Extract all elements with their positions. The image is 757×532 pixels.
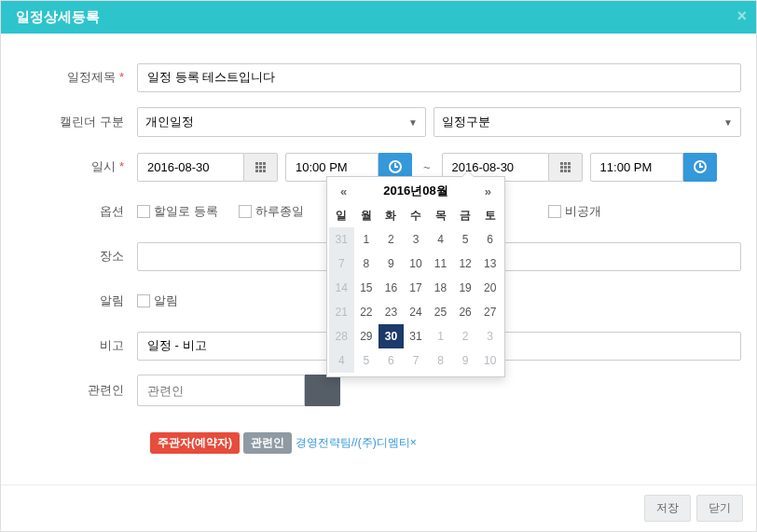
close-button[interactable]: 닫기 [696,495,743,522]
calendar-day[interactable]: 18 [428,276,453,300]
calendar-day[interactable]: 4 [329,348,354,373]
calendar-weekday-header: 수 [404,203,429,227]
calendar-day[interactable]: 28 [329,324,354,348]
label-calendar: 캘린더 구분 [16,114,137,130]
calendar-day[interactable]: 10 [477,348,502,373]
calendar-day[interactable]: 7 [404,348,429,373]
option-private[interactable]: 비공개 [548,203,601,220]
calendar-day[interactable]: 8 [428,348,453,373]
calendar-day[interactable]: 21 [329,300,354,324]
calendar-day[interactable]: 26 [453,300,478,324]
calendar-day[interactable]: 15 [354,276,379,300]
calendar-weekday-header: 일 [329,203,354,227]
caret-down-icon: ▼ [408,117,418,128]
checkbox-icon [548,205,561,218]
label-memo: 비고 [16,337,137,354]
modal-close-button[interactable]: × [736,7,747,26]
calendar-weekday-header: 금 [453,203,478,227]
calendar-day[interactable]: 3 [404,227,429,252]
schedule-modal: 일정상세등록 × 일정제목* 캘린더 구분 개인일정▼ 일정구분▼ [0,0,757,532]
calendar-day[interactable]: 13 [477,252,502,276]
tag-owner: 주관자(예약자) [150,432,240,454]
label-subject: 일정제목* [16,69,137,86]
calendar-day[interactable]: 4 [428,227,453,252]
calendar-day[interactable]: 8 [354,252,379,276]
end-date-picker-button[interactable] [549,153,583,182]
calendar-day[interactable]: 31 [329,227,354,252]
tag-related: 관련인 [243,432,292,454]
remove-related-icon[interactable]: × [410,436,417,449]
calendar-day[interactable]: 31 [404,324,429,348]
required-mark: * [119,159,124,173]
calendar-day[interactable]: 2 [378,227,404,252]
calendar-day[interactable]: 2 [453,324,478,348]
start-date-input[interactable] [137,153,244,182]
calendar-day[interactable]: 27 [477,300,502,324]
checkbox-icon [239,205,252,218]
modal-footer: 저장 닫기 [1,484,756,531]
calendar-day[interactable]: 9 [453,348,478,373]
calendar-day[interactable]: 3 [477,324,502,348]
label-related: 관련인 [16,382,137,399]
label-place: 장소 [16,248,137,265]
label-datetime: 일시* [16,158,137,175]
related-input[interactable] [137,375,305,406]
calendar-day-selected[interactable]: 30 [378,324,404,348]
calendar-weekday-header: 토 [477,203,502,227]
start-date-picker-button[interactable] [244,153,278,182]
calendar-day[interactable]: 6 [477,227,502,252]
calendar-grid-icon [560,162,571,172]
save-button[interactable]: 저장 [644,495,691,522]
calendar-weekday-header: 월 [354,203,379,227]
calendar-day[interactable]: 17 [404,276,429,300]
date-picker-popup: « 2016년08월 » 일월화수목금토 3112345678910111213… [326,176,505,377]
calendar-weekday-header: 목 [428,203,453,227]
calendar-day[interactable]: 11 [428,252,453,276]
calendar-day[interactable]: 6 [378,348,404,373]
label-alarm: 알림 [16,293,137,309]
calendar-next-button[interactable]: » [481,184,495,198]
calendar-day[interactable]: 1 [354,227,379,252]
calendar-type-select[interactable]: 개인일정▼ [137,107,426,137]
calendar-day[interactable]: 24 [404,300,429,324]
clock-icon [694,160,707,173]
subject-input[interactable] [137,63,741,92]
option-allday[interactable]: 하루종일 [239,203,304,220]
calendar-day[interactable]: 25 [428,300,453,324]
calendar-prev-button[interactable]: « [337,184,351,198]
calendar-day[interactable]: 29 [354,324,379,348]
calendar-day[interactable]: 19 [453,276,478,300]
calendar-grid-icon [255,162,266,172]
option-alarm[interactable]: 알림 [137,293,178,309]
checkbox-icon [137,205,150,218]
calendar-day[interactable]: 22 [354,300,379,324]
end-time-input[interactable] [590,153,683,182]
checkbox-icon [137,294,150,307]
calendar-day[interactable]: 5 [453,227,478,252]
label-options: 옵션 [16,203,137,220]
calendar-day[interactable]: 12 [453,252,478,276]
modal-title: 일정상세등록 [16,8,100,24]
related-person-link[interactable]: 경영전략팀//(주)디엠티× [296,435,417,451]
clock-icon [389,160,402,173]
calendar-day[interactable]: 1 [428,324,453,348]
calendar-day[interactable]: 14 [329,276,354,300]
calendar-day[interactable]: 10 [404,252,429,276]
calendar-day[interactable]: 9 [378,252,404,276]
calendar-day[interactable]: 5 [354,348,379,373]
schedule-type-select[interactable]: 일정구분▼ [434,107,741,137]
calendar-grid: 일월화수목금토 31123456789101112131415161718192… [329,203,502,373]
calendar-day[interactable]: 20 [477,276,502,300]
related-tags-row: 주관자(예약자) 관련인 경영전략팀//(주)디엠티× [150,432,741,454]
calendar-day[interactable]: 23 [378,300,404,324]
date-range-separator: ~ [420,160,434,174]
modal-header: 일정상세등록 × [1,1,756,34]
calendar-day[interactable]: 7 [329,252,354,276]
calendar-day[interactable]: 16 [378,276,404,300]
end-time-picker-button[interactable] [683,153,717,182]
related-add-button[interactable] [305,375,340,406]
required-mark: * [119,70,124,84]
caret-down-icon: ▼ [723,117,733,128]
option-todo[interactable]: 할일로 등록 [137,203,218,220]
calendar-title: 2016년08월 [383,183,447,199]
